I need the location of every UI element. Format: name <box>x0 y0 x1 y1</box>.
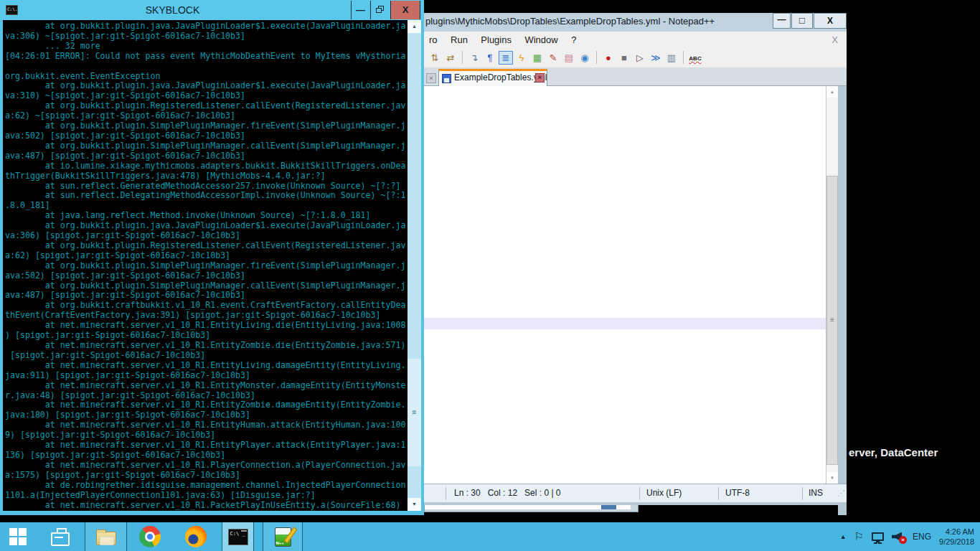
close-button[interactable]: X <box>390 1 420 19</box>
scroll-up-icon[interactable]: ▲ <box>826 86 838 98</box>
windows-logo-pane <box>19 537 27 545</box>
console-body[interactable]: at org.bukkit.plugin.java.JavaPluginLoad… <box>3 20 407 511</box>
cursor-position-status: Ln : 30 Col : 12 Sel : 0 | 0 <box>454 484 561 502</box>
notepad-statusbar: Ln : 30 Col : 12 Sel : 0 | 0 Unix (LF) U… <box>424 484 847 502</box>
desktop: erver, DataCenter plugins\MythicMobs\Dro… <box>0 0 980 551</box>
scroll-down-icon[interactable]: ▼ <box>407 498 421 511</box>
toolbar-separator <box>462 51 463 64</box>
command-prompt-taskbar-button[interactable] <box>222 522 254 551</box>
macro-play-icon[interactable]: ▷ <box>633 51 647 65</box>
clock-date: 9/29/2018 <box>939 537 974 547</box>
server-manager-button[interactable] <box>40 522 80 551</box>
notepad-taskbar-button[interactable] <box>263 522 303 551</box>
saved-file-icon <box>442 74 451 83</box>
notepad-window-title: plugins\MythicMobs\DropTables\ExampleDro… <box>425 13 764 32</box>
notepad-plus-plus-icon <box>275 527 291 547</box>
file-explorer-button[interactable] <box>85 522 127 551</box>
tab-close-icon[interactable]: × <box>535 73 545 83</box>
minimize-button[interactable]: — <box>773 13 791 29</box>
minimize-button[interactable]: — <box>351 1 369 19</box>
tab-label: ExampleDropTables.yml <box>454 72 547 83</box>
notepad-titlebar[interactable]: plugins\MythicMobs\DropTables\ExampleDro… <box>424 13 847 32</box>
mute-badge-icon: × <box>899 536 907 544</box>
menu-window[interactable]: Window <box>519 32 562 49</box>
sync-vertical-scroll-icon[interactable]: ⇅ <box>428 51 442 65</box>
volume-muted-button[interactable]: × <box>892 532 905 542</box>
folder-as-workspace-icon[interactable]: ▤ <box>562 51 576 65</box>
action-center-flag-icon[interactable]: ⚐ <box>854 530 864 543</box>
windows-edition-watermark: erver, DataCenter <box>849 446 938 458</box>
start-button[interactable] <box>0 522 36 551</box>
editor-vertical-scrollbar[interactable]: ▲ ≡ ▼ <box>826 86 838 484</box>
notepad-toolbar: ⇅⇄↴¶≣ϟ▦✎▤◉●■▷≫▥ABC <box>424 49 847 67</box>
function-list-icon[interactable]: ϟ <box>514 51 529 65</box>
console-scrollbar-thumb[interactable]: ≡ <box>407 359 421 466</box>
windows-logo-pane <box>19 528 27 536</box>
notepad-menubar: ro Run Plugins Window ? X <box>424 32 847 49</box>
menu-plugins[interactable]: Plugins <box>476 32 517 49</box>
inactive-tab-close-icon[interactable]: × <box>426 73 436 83</box>
network-icon[interactable] <box>872 532 884 541</box>
current-line-highlight <box>424 318 826 329</box>
console-output: at org.bukkit.plugin.java.JavaPluginLoad… <box>5 22 405 510</box>
notepad-tabbar: × ExampleDropTables.yml × <box>424 67 847 86</box>
notepad-window-frame <box>838 86 847 515</box>
restore-icon <box>376 6 385 14</box>
firefox-button[interactable] <box>176 522 216 551</box>
monitoring-icon[interactable]: ◉ <box>578 51 592 65</box>
statusbar-separator <box>718 487 719 500</box>
maximize-button[interactable]: □ <box>791 13 813 29</box>
editor-scrollbar-thumb[interactable]: ≡ <box>826 176 838 465</box>
chrome-icon <box>139 526 161 547</box>
console-titlebar[interactable]: SKYBLOCK — X <box>0 0 424 20</box>
show-all-characters-icon[interactable]: ¶ <box>483 51 497 65</box>
toolbar-separator <box>683 51 684 64</box>
system-tray: ▲ ⚐ × ENG 4:26 AM 9/29/2018 <box>840 522 980 551</box>
windows-logo-pane <box>9 528 17 536</box>
statusbar-separator <box>639 487 640 500</box>
background-window-scrollbar-thumb[interactable] <box>601 505 616 509</box>
background-window-scrollbar[interactable] <box>425 505 631 509</box>
console-vertical-scrollbar[interactable]: ▲ ≡ ▼ <box>407 20 421 511</box>
define-language-icon[interactable]: ✎ <box>546 51 560 65</box>
menubar-close-icon[interactable]: X <box>831 32 838 49</box>
toolbar-separator <box>596 51 597 64</box>
word-wrap-icon[interactable]: ↴ <box>467 51 481 65</box>
menu-run[interactable]: Run <box>446 32 473 49</box>
macro-record-icon[interactable]: ● <box>601 51 616 65</box>
resize-grip-icon[interactable]: ⋰ <box>837 484 845 502</box>
macro-run-multiple-icon[interactable]: ≫ <box>649 51 663 65</box>
eol-format-status: Unix (LF) <box>646 484 682 502</box>
encoding-status: UTF-8 <box>725 484 750 502</box>
scroll-up-icon[interactable]: ▲ <box>407 20 421 33</box>
macro-stop-icon[interactable]: ■ <box>617 51 631 65</box>
file-explorer-icon <box>96 532 116 545</box>
notepad-plus-plus-window: plugins\MythicMobs\DropTables\ExampleDro… <box>424 13 847 505</box>
sync-horizontal-scroll-icon[interactable]: ⇄ <box>443 51 458 65</box>
statusbar-separator <box>446 487 446 500</box>
editor-area[interactable]: ▲ ≡ ▼ <box>424 86 838 484</box>
windows-logo-icon <box>9 528 27 545</box>
clock[interactable]: 4:26 AM 9/29/2018 <box>939 527 974 547</box>
show-hidden-icons-icon[interactable]: ▲ <box>840 533 847 540</box>
statusbar-separator <box>802 487 803 500</box>
chrome-button[interactable] <box>130 522 170 551</box>
windows-logo-pane <box>9 537 17 545</box>
clock-time: 4:26 AM <box>939 527 974 537</box>
tab-exampledroptables[interactable]: ExampleDropTables.yml × <box>438 69 547 86</box>
restore-button[interactable] <box>370 1 390 19</box>
close-button[interactable]: X <box>814 13 847 29</box>
server-manager-icon <box>51 532 70 546</box>
spell-check-icon[interactable]: ABC <box>688 51 702 65</box>
indent-guide-icon[interactable]: ≣ <box>499 51 513 65</box>
language-indicator[interactable]: ENG <box>913 532 931 542</box>
console-window-title: SKYBLOCK <box>0 0 345 20</box>
menu-help[interactable]: ? <box>566 32 581 49</box>
macro-save-icon[interactable]: ▥ <box>664 51 679 65</box>
scroll-down-icon[interactable]: ▼ <box>826 472 838 484</box>
command-prompt-icon <box>228 529 248 545</box>
background-window-fragment <box>424 504 639 512</box>
taskbar <box>0 522 980 551</box>
menu-macro-partial[interactable]: ro <box>424 32 443 49</box>
document-map-icon[interactable]: ▦ <box>530 51 545 65</box>
